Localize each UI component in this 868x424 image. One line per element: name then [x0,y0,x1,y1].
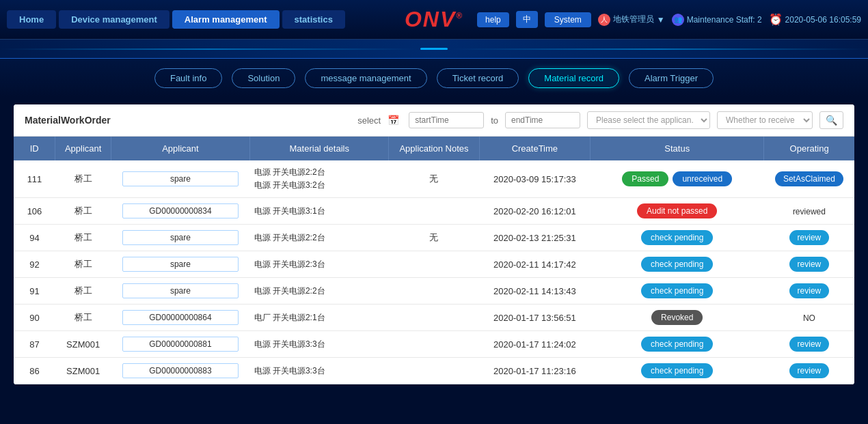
cell-status: Revoked [591,305,764,331]
cell-id: 94 [14,225,55,251]
maintenance-info: 👥 Maintenance Staff: 2 [672,14,762,26]
review-button[interactable]: review [789,230,830,245]
cell-operating[interactable]: review [764,358,854,384]
nav-statistics[interactable]: statistics [282,10,345,29]
col-operating: Operating [764,137,854,160]
cell-create-time: 2020-02-13 21:25:31 [479,225,591,251]
cell-operating[interactable]: review [764,225,854,251]
search-button[interactable]: 🔍 [819,111,843,129]
applicant-input-field[interactable] [122,283,239,298]
cell-operating[interactable]: review [764,331,854,358]
applicant-input-field[interactable] [122,230,239,245]
cell-create-time: 2020-03-09 15:17:33 [479,160,591,198]
user-dropdown-icon[interactable]: ▼ [657,15,665,25]
cell-status: check pending [591,225,764,251]
review-button[interactable]: review [789,363,830,378]
cell-material-details: 电源 开关电源3:3台 [250,358,389,384]
cell-status: check pending [591,358,764,384]
cell-applicant-input[interactable] [111,225,249,251]
nav-device-management[interactable]: Device management [59,10,169,29]
calendar-icon: 📅 [388,115,399,126]
system-button[interactable]: System [545,12,591,27]
status-badge: Revoked [651,310,703,325]
subnav-ticket-record[interactable]: Ticket record [437,68,519,88]
subnav-solution[interactable]: Solution [232,68,295,88]
cell-create-time: 2020-01-17 11:23:16 [479,358,591,384]
circuit-line-left [0,48,418,50]
applicant-input-field[interactable] [122,257,239,272]
cell-status: check pending [591,278,764,305]
user-name[interactable]: 地铁管理员 [613,14,654,25]
review-button[interactable]: review [789,337,830,352]
cell-applicant-input[interactable] [111,278,249,305]
status-badge: Audit not passed [637,203,717,218]
subnav-material-record[interactable]: Material record [528,68,619,88]
reviewed-label: reviewed [793,207,826,216]
table-row: 106桥工电源 开关电源3:1台2020-02-20 16:12:01Audit… [14,198,854,225]
cell-create-time: 2020-01-17 11:24:02 [479,331,591,358]
cell-applicant-input[interactable] [111,160,249,198]
set-as-claimed-button[interactable]: SetAsClaimed [775,171,843,186]
section-title: MaterialWorkOrder [25,115,351,126]
datetime-info: ⏰ 2020-05-06 16:05:59 [769,13,861,26]
table-body: 111桥工电源 开关电源2:2台 电源 开关电源3:2台无2020-03-09 … [14,160,854,384]
toolbar: MaterialWorkOrder select 📅 to Please sel… [14,104,854,137]
cell-operating[interactable]: review [764,278,854,305]
cell-material-details: 电厂 开关电源2:1台 [250,305,389,331]
cell-id: 90 [14,305,55,331]
cell-applicant-input[interactable] [111,198,249,225]
status-badge: check pending [641,363,713,378]
col-app-notes: Application Notes [389,137,479,160]
start-time-input[interactable] [409,112,484,128]
cell-operating[interactable]: review [764,251,854,278]
applicant-input-field[interactable] [122,171,239,186]
subnav-fault-info[interactable]: Fault info [154,68,222,88]
cell-app-notes [389,305,479,331]
cell-operating[interactable]: reviewed [764,198,854,225]
lang-button[interactable]: 中 [516,11,538,28]
applicant-select[interactable]: Please select the applican... [587,111,710,129]
cell-material-details: 电源 开关电源2:2台 电源 开关电源3:2台 [250,160,389,198]
nav-home[interactable]: Home [7,10,56,29]
cell-applicant: 桥工 [55,305,111,331]
cell-material-details: 电源 开关电源2:2台 [250,225,389,251]
no-label: NO [803,313,815,323]
table-row: 91桥工电源 开关电源2:2台2020-02-11 14:13:43check … [14,278,854,305]
subnav-message-management[interactable]: message management [305,68,426,88]
circuit-center [420,48,448,50]
table-header: ID Applicant Applicant Material details … [14,137,854,160]
cell-applicant-input[interactable] [111,305,249,331]
cell-app-notes [389,251,479,278]
cell-operating[interactable]: NO [764,305,854,331]
help-button[interactable]: help [477,12,509,27]
main-content: MaterialWorkOrder select 📅 to Please sel… [14,104,854,384]
subnav-alarm-trigger[interactable]: Alarm Trigger [629,68,714,88]
to-label: to [491,115,498,126]
cell-app-notes: 无 [389,160,479,198]
cell-applicant-input[interactable] [111,331,249,358]
cell-operating[interactable]: SetAsClaimed [764,160,854,198]
cell-applicant-input[interactable] [111,251,249,278]
datetime-display: 2020-05-06 16:05:59 [785,15,861,25]
applicant-input-field[interactable] [122,203,239,218]
cell-applicant-input[interactable] [111,358,249,384]
select-label: select [357,115,381,126]
applicant-input-field[interactable] [122,337,239,352]
applicant-input-field[interactable] [122,363,239,378]
cell-material-details: 电源 开关电源2:2台 [250,278,389,305]
nav-alarm-management[interactable]: Alarm management [172,10,280,29]
review-button[interactable]: review [789,283,830,298]
cell-material-details: 电源 开关电源3:3台 [250,331,389,358]
status-badge: check pending [641,337,713,352]
receive-select[interactable]: Whether to receive [717,111,813,129]
end-time-input[interactable] [505,112,580,128]
review-button[interactable]: review [789,257,830,272]
cell-app-notes: 无 [389,225,479,251]
table-row: 94桥工电源 开关电源2:2台无2020-02-13 21:25:31check… [14,225,854,251]
table-row: 86SZM001电源 开关电源3:3台2020-01-17 11:23:16ch… [14,358,854,384]
status-badge: check pending [641,283,713,298]
cell-applicant: SZM001 [55,358,111,384]
cell-id: 106 [14,198,55,225]
circuit-line-right [450,48,868,50]
applicant-input-field[interactable] [122,310,239,325]
